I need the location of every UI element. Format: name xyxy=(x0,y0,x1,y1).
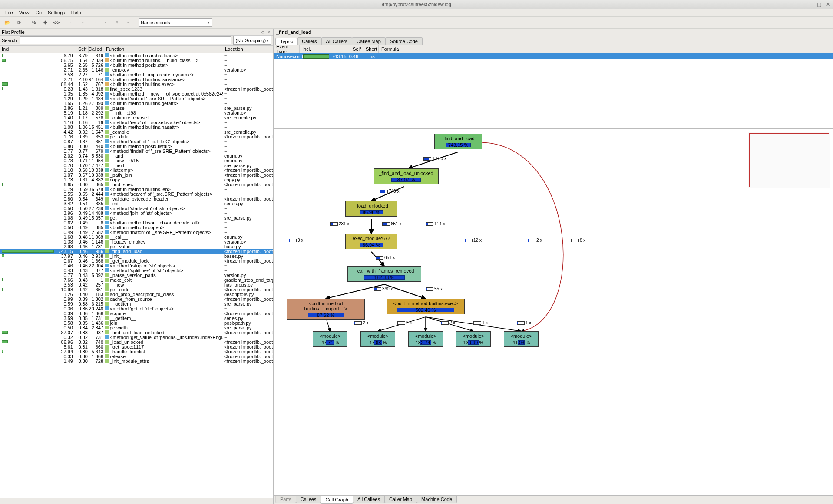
table-row[interactable]: 0.620.498<built-in method bson._cbson.de… xyxy=(0,220,273,225)
table-row[interactable]: 0.870.87651<method 'read' of '_io.FileIO… xyxy=(0,139,273,144)
table-row[interactable]: 0.490.492 582<method 'match' of '_sre.SR… xyxy=(0,230,273,234)
table-row[interactable]: 1.551.2627 890<built-in method builtins.… xyxy=(0,101,273,105)
table-row[interactable]: 0.500.49385<built-in method io.open>~ xyxy=(0,225,273,230)
table-row[interactable]: 0.590.386 215__getitem__sre_parse.py xyxy=(0,301,273,306)
table-row[interactable]: 56.753.542 334<built-in method builtins.… xyxy=(0,58,273,63)
table-row[interactable]: 0.770.77679<method 'findall' of '_sre.SR… xyxy=(0,148,273,153)
graph-node[interactable]: _find_and_load_unlocked87.07 % xyxy=(374,168,439,184)
table-row[interactable]: 7.660.431make_exitgradient_stop_and_targ… xyxy=(0,277,273,282)
table-row[interactable]: 0.320.321 731<method 'get_value' of 'pan… xyxy=(0,335,273,339)
width-icon[interactable]: <·> xyxy=(52,18,61,27)
table-row[interactable]: 37.970.462 938_init_bases.py xyxy=(0,254,273,258)
table-row[interactable]: 87.070.33937_find_and_load_unlocked<froz… xyxy=(0,330,273,335)
menu-go[interactable]: Go xyxy=(33,10,44,16)
table-row[interactable]: 0.700.7017 477__nextsre_parse.py xyxy=(0,163,273,168)
menu-file[interactable]: File xyxy=(3,10,16,16)
tab-types[interactable]: Types xyxy=(275,38,298,45)
table-row[interactable]: 0.460.4622 004<method 'rstrip' of 'str' … xyxy=(0,263,273,268)
tab-callee-map[interactable]: Callee Map xyxy=(352,37,386,45)
table-row[interactable]: 0.580.351 436joinposixpath.py xyxy=(0,320,273,325)
nav-back-icon[interactable]: ← xyxy=(67,18,76,27)
nav-back-menu-icon[interactable]: ▾ xyxy=(78,18,88,27)
col-called[interactable]: Called xyxy=(89,46,104,53)
nav-forward-icon[interactable]: → xyxy=(89,18,99,27)
move-icon[interactable]: ✥ xyxy=(40,18,50,27)
table-row[interactable]: 1.081.0615 451<built-in method builtins.… xyxy=(0,125,273,129)
call-graph[interactable]: _find_and_load743.15 %_find_and_load_unl… xyxy=(274,129,833,495)
table-row[interactable]: 3.420.54885_init_series.py xyxy=(0,201,273,206)
graph-node[interactable]: <built-in method builtins.exec>502.40 % xyxy=(387,299,465,314)
table-row[interactable]: 10.980.42651get_code<frozen importlib._b… xyxy=(0,287,273,292)
table-row[interactable]: 1.080.4915 057getsre_parse.py xyxy=(0,215,273,220)
graph-node[interactable]: _load_unlocked86.96 % xyxy=(345,201,397,217)
graph-node[interactable]: <module>139.99 % xyxy=(456,331,491,347)
table-row[interactable]: 0.330.301 668release<frozen importlib._b… xyxy=(0,354,273,359)
table-row[interactable]: 3.532.2771<built-in method _imp.create_d… xyxy=(0,72,273,77)
table-row[interactable]: 2.712.1091 164<built-in method builtins.… xyxy=(0,77,273,82)
event-row[interactable]: Nanoseconds 743.15 0.46 ns xyxy=(274,53,833,59)
tab-callers[interactable]: Callers xyxy=(297,37,321,45)
table-row[interactable]: 3.590.351 731__getitem__series.py xyxy=(0,316,273,320)
col-location[interactable]: Location xyxy=(223,46,273,53)
table-row[interactable]: 5.610.31860_get_spec:1117<frozen importl… xyxy=(0,344,273,349)
graph-node[interactable]: exec_module:67286.94 % xyxy=(345,234,397,249)
table-row[interactable]: 1.380.461 146_legacy_cmpkeyversion.py xyxy=(0,239,273,244)
menu-settings[interactable]: Settings xyxy=(45,10,68,16)
table-row[interactable]: 2.980.461 731get_valuebase.py xyxy=(0,244,273,249)
menu-help[interactable]: Help xyxy=(69,10,84,16)
table-row[interactable]: 86.960.32740_load_unlocked<frozen import… xyxy=(0,339,273,344)
graph-node[interactable]: <built-in method builtins.__import__>87.… xyxy=(287,299,365,320)
table-row[interactable]: 1.161.1616<method 'recv' of '_socket.soc… xyxy=(0,120,273,125)
table-row[interactable]: 0.790.5936 678<built-in method builtins.… xyxy=(0,187,273,191)
table-row[interactable]: 0.800.54649_validate_bytecode_header<fro… xyxy=(0,196,273,201)
folder-open-icon[interactable]: 📂 xyxy=(3,18,12,27)
bottom-tab-machine-code[interactable]: Machine Code xyxy=(416,496,457,503)
col-self[interactable]: Self xyxy=(76,46,89,53)
table-row[interactable]: 1.070.6710 038_path_join<frozen importli… xyxy=(0,172,273,177)
table-row[interactable]: 1.260.401 183add_prop_descriptor_to_clas… xyxy=(0,292,273,296)
table-row[interactable]: 0.780.7111 954__new__:515enum.py xyxy=(0,158,273,163)
graph-node[interactable]: <module>132.74 % xyxy=(408,331,443,347)
col-function[interactable]: Function xyxy=(104,46,223,53)
table-row[interactable]: 6.650.60865_find_spec<frozen importlib._… xyxy=(0,182,273,187)
table-row[interactable]: 0.770.435 092_parse_version_partsversion… xyxy=(0,273,273,277)
table-row[interactable]: 1.760.89653get_data<frozen importlib._bo… xyxy=(0,134,273,139)
search-input[interactable] xyxy=(20,36,231,44)
graph-node[interactable]: <module>41.03 % xyxy=(504,331,539,347)
table-row[interactable]: 1.730.614 382copycopy.py xyxy=(0,177,273,182)
table-row[interactable]: 0.550.552 444<method 'search' of '_sre.S… xyxy=(0,191,273,196)
table-row[interactable]: 1.100.6810 038<listcomp><frozen importli… xyxy=(0,168,273,172)
close-icon[interactable]: ✕ xyxy=(824,1,831,7)
table-row[interactable]: 0.430.43377<method 'splitlines' of 'str'… xyxy=(0,268,273,273)
menu-view[interactable]: View xyxy=(17,10,32,16)
cost-type-combo[interactable]: Nanoseconds ▼ xyxy=(139,18,212,27)
tab-all-callers[interactable]: All Callers xyxy=(321,37,353,45)
table-row[interactable]: 3.960.4914 488<method 'join' of 'str' ob… xyxy=(0,211,273,215)
table-row[interactable]: 1.401.17578_optimize_charsetsre_compile.… xyxy=(0,115,273,120)
graph-node[interactable]: _find_and_load743.15 % xyxy=(434,134,482,149)
graph-node[interactable]: <module>47.68 % xyxy=(360,331,395,347)
table-row[interactable]: 88.441.62767<built-in method builtins.ex… xyxy=(0,82,273,86)
table-row[interactable]: 1.680.4811 968__call__enum.py xyxy=(0,234,273,239)
tab-source-code[interactable]: Source Code xyxy=(385,37,423,45)
table-row[interactable]: 6.231.431 818find_spec:1233<frozen impor… xyxy=(0,86,273,91)
table-row[interactable]: 0.500.342 347getwidthsre_parse.py xyxy=(0,325,273,330)
table-row[interactable]: 2.712.651 146_cmpkeyversion.py xyxy=(0,67,273,72)
bottom-tab-all-callees[interactable]: All Callees xyxy=(353,496,385,503)
dock-close-icon[interactable]: ✕ xyxy=(266,30,271,35)
grouping-combo[interactable]: (No Grouping) ▼ xyxy=(233,36,271,45)
dock-float-icon[interactable]: ◇ xyxy=(260,30,265,35)
table-row[interactable]: 0.800.80440<built-in method posix.listdi… xyxy=(0,144,273,148)
minimize-icon[interactable]: – xyxy=(807,1,814,7)
reload-icon[interactable]: ⟳ xyxy=(14,18,23,27)
table-row[interactable]: 3.530.42257__new__has_props.py xyxy=(0,282,273,287)
table-row[interactable]: 0.990.391 302cache_from_source<frozen im… xyxy=(0,296,273,301)
percent-button[interactable]: % xyxy=(29,18,39,27)
table-row[interactable]: 1.490.30728_init_module_attrs<frozen imp… xyxy=(0,359,273,363)
graph-node[interactable]: _call_with_frames_removed182.33 % xyxy=(347,266,421,282)
table-row[interactable]: 2.020.745 530__and__enum.py xyxy=(0,153,273,158)
maximize-icon[interactable]: ▢ xyxy=(816,1,823,7)
minimap[interactable] xyxy=(748,132,830,188)
graph-node[interactable]: <module>47.71 % xyxy=(313,331,347,347)
table-row[interactable]: 5.191.182 292__init__:198version.py xyxy=(0,110,273,115)
